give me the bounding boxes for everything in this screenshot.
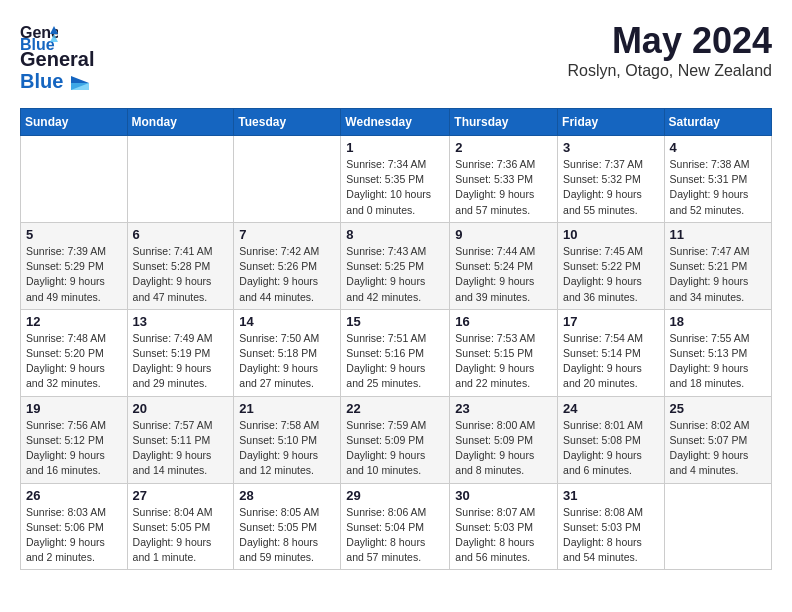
day-info: Sunrise: 7:58 AM Sunset: 5:10 PM Dayligh…	[239, 418, 335, 479]
calendar-day-cell: 4Sunrise: 7:38 AM Sunset: 5:31 PM Daylig…	[664, 136, 771, 223]
calendar-table: SundayMondayTuesdayWednesdayThursdayFrid…	[20, 108, 772, 570]
day-number: 25	[670, 401, 766, 416]
day-number: 17	[563, 314, 659, 329]
day-number: 5	[26, 227, 122, 242]
header-row: SundayMondayTuesdayWednesdayThursdayFrid…	[21, 109, 772, 136]
day-number: 7	[239, 227, 335, 242]
day-info: Sunrise: 7:41 AM Sunset: 5:28 PM Dayligh…	[133, 244, 229, 305]
calendar-day-cell: 14Sunrise: 7:50 AM Sunset: 5:18 PM Dayli…	[234, 309, 341, 396]
day-info: Sunrise: 7:43 AM Sunset: 5:25 PM Dayligh…	[346, 244, 444, 305]
calendar-day-cell: 1Sunrise: 7:34 AM Sunset: 5:35 PM Daylig…	[341, 136, 450, 223]
day-number: 14	[239, 314, 335, 329]
calendar-day-cell: 3Sunrise: 7:37 AM Sunset: 5:32 PM Daylig…	[558, 136, 665, 223]
month-title: May 2024	[567, 20, 772, 62]
calendar-day-cell: 31Sunrise: 8:08 AM Sunset: 5:03 PM Dayli…	[558, 483, 665, 570]
calendar-day-cell: 24Sunrise: 8:01 AM Sunset: 5:08 PM Dayli…	[558, 396, 665, 483]
day-info: Sunrise: 8:02 AM Sunset: 5:07 PM Dayligh…	[670, 418, 766, 479]
calendar-day-cell: 9Sunrise: 7:44 AM Sunset: 5:24 PM Daylig…	[450, 222, 558, 309]
day-number: 1	[346, 140, 444, 155]
day-number: 20	[133, 401, 229, 416]
logo-arrow-icon	[71, 76, 89, 90]
day-info: Sunrise: 7:50 AM Sunset: 5:18 PM Dayligh…	[239, 331, 335, 392]
header-cell-tuesday: Tuesday	[234, 109, 341, 136]
day-info: Sunrise: 7:47 AM Sunset: 5:21 PM Dayligh…	[670, 244, 766, 305]
day-info: Sunrise: 8:00 AM Sunset: 5:09 PM Dayligh…	[455, 418, 552, 479]
day-number: 18	[670, 314, 766, 329]
calendar-day-cell: 17Sunrise: 7:54 AM Sunset: 5:14 PM Dayli…	[558, 309, 665, 396]
header-cell-friday: Friday	[558, 109, 665, 136]
location-title: Roslyn, Otago, New Zealand	[567, 62, 772, 80]
calendar-day-cell: 6Sunrise: 7:41 AM Sunset: 5:28 PM Daylig…	[127, 222, 234, 309]
calendar-header: SundayMondayTuesdayWednesdayThursdayFrid…	[21, 109, 772, 136]
calendar-body: 1Sunrise: 7:34 AM Sunset: 5:35 PM Daylig…	[21, 136, 772, 570]
calendar-day-cell: 30Sunrise: 8:07 AM Sunset: 5:03 PM Dayli…	[450, 483, 558, 570]
svg-marker-5	[71, 83, 89, 90]
calendar-day-cell	[21, 136, 128, 223]
day-info: Sunrise: 7:37 AM Sunset: 5:32 PM Dayligh…	[563, 157, 659, 218]
calendar-day-cell: 20Sunrise: 7:57 AM Sunset: 5:11 PM Dayli…	[127, 396, 234, 483]
day-number: 21	[239, 401, 335, 416]
calendar-week-row: 19Sunrise: 7:56 AM Sunset: 5:12 PM Dayli…	[21, 396, 772, 483]
day-number: 23	[455, 401, 552, 416]
calendar-week-row: 5Sunrise: 7:39 AM Sunset: 5:29 PM Daylig…	[21, 222, 772, 309]
calendar-week-row: 1Sunrise: 7:34 AM Sunset: 5:35 PM Daylig…	[21, 136, 772, 223]
day-number: 11	[670, 227, 766, 242]
calendar-day-cell	[234, 136, 341, 223]
day-number: 4	[670, 140, 766, 155]
calendar-day-cell: 27Sunrise: 8:04 AM Sunset: 5:05 PM Dayli…	[127, 483, 234, 570]
day-info: Sunrise: 8:06 AM Sunset: 5:04 PM Dayligh…	[346, 505, 444, 566]
day-info: Sunrise: 7:51 AM Sunset: 5:16 PM Dayligh…	[346, 331, 444, 392]
calendar-day-cell	[127, 136, 234, 223]
day-number: 28	[239, 488, 335, 503]
day-number: 13	[133, 314, 229, 329]
day-number: 3	[563, 140, 659, 155]
calendar-day-cell: 23Sunrise: 8:00 AM Sunset: 5:09 PM Dayli…	[450, 396, 558, 483]
day-info: Sunrise: 7:48 AM Sunset: 5:20 PM Dayligh…	[26, 331, 122, 392]
day-info: Sunrise: 7:45 AM Sunset: 5:22 PM Dayligh…	[563, 244, 659, 305]
day-number: 15	[346, 314, 444, 329]
day-number: 30	[455, 488, 552, 503]
day-number: 2	[455, 140, 552, 155]
header-cell-wednesday: Wednesday	[341, 109, 450, 136]
calendar-day-cell: 11Sunrise: 7:47 AM Sunset: 5:21 PM Dayli…	[664, 222, 771, 309]
day-number: 8	[346, 227, 444, 242]
calendar-day-cell: 26Sunrise: 8:03 AM Sunset: 5:06 PM Dayli…	[21, 483, 128, 570]
day-number: 19	[26, 401, 122, 416]
day-info: Sunrise: 7:42 AM Sunset: 5:26 PM Dayligh…	[239, 244, 335, 305]
day-number: 22	[346, 401, 444, 416]
day-info: Sunrise: 7:38 AM Sunset: 5:31 PM Dayligh…	[670, 157, 766, 218]
day-number: 9	[455, 227, 552, 242]
calendar-day-cell: 28Sunrise: 8:05 AM Sunset: 5:05 PM Dayli…	[234, 483, 341, 570]
calendar-day-cell: 29Sunrise: 8:06 AM Sunset: 5:04 PM Dayli…	[341, 483, 450, 570]
day-info: Sunrise: 7:36 AM Sunset: 5:33 PM Dayligh…	[455, 157, 552, 218]
day-info: Sunrise: 7:34 AM Sunset: 5:35 PM Dayligh…	[346, 157, 444, 218]
header-cell-saturday: Saturday	[664, 109, 771, 136]
day-info: Sunrise: 7:49 AM Sunset: 5:19 PM Dayligh…	[133, 331, 229, 392]
day-number: 6	[133, 227, 229, 242]
calendar-day-cell	[664, 483, 771, 570]
day-number: 27	[133, 488, 229, 503]
day-info: Sunrise: 7:59 AM Sunset: 5:09 PM Dayligh…	[346, 418, 444, 479]
calendar-day-cell: 5Sunrise: 7:39 AM Sunset: 5:29 PM Daylig…	[21, 222, 128, 309]
title-area: May 2024 Roslyn, Otago, New Zealand	[567, 20, 772, 80]
day-info: Sunrise: 7:44 AM Sunset: 5:24 PM Dayligh…	[455, 244, 552, 305]
day-info: Sunrise: 8:08 AM Sunset: 5:03 PM Dayligh…	[563, 505, 659, 566]
calendar-day-cell: 8Sunrise: 7:43 AM Sunset: 5:25 PM Daylig…	[341, 222, 450, 309]
day-number: 16	[455, 314, 552, 329]
day-info: Sunrise: 8:01 AM Sunset: 5:08 PM Dayligh…	[563, 418, 659, 479]
header-cell-sunday: Sunday	[21, 109, 128, 136]
day-number: 10	[563, 227, 659, 242]
day-info: Sunrise: 7:57 AM Sunset: 5:11 PM Dayligh…	[133, 418, 229, 479]
calendar-day-cell: 2Sunrise: 7:36 AM Sunset: 5:33 PM Daylig…	[450, 136, 558, 223]
logo-blue-text: Blue	[20, 70, 94, 92]
calendar-week-row: 12Sunrise: 7:48 AM Sunset: 5:20 PM Dayli…	[21, 309, 772, 396]
calendar-day-cell: 19Sunrise: 7:56 AM Sunset: 5:12 PM Dayli…	[21, 396, 128, 483]
calendar-day-cell: 22Sunrise: 7:59 AM Sunset: 5:09 PM Dayli…	[341, 396, 450, 483]
day-info: Sunrise: 7:54 AM Sunset: 5:14 PM Dayligh…	[563, 331, 659, 392]
day-info: Sunrise: 7:56 AM Sunset: 5:12 PM Dayligh…	[26, 418, 122, 479]
day-number: 12	[26, 314, 122, 329]
day-number: 24	[563, 401, 659, 416]
day-info: Sunrise: 7:53 AM Sunset: 5:15 PM Dayligh…	[455, 331, 552, 392]
calendar-day-cell: 10Sunrise: 7:45 AM Sunset: 5:22 PM Dayli…	[558, 222, 665, 309]
day-info: Sunrise: 8:04 AM Sunset: 5:05 PM Dayligh…	[133, 505, 229, 566]
